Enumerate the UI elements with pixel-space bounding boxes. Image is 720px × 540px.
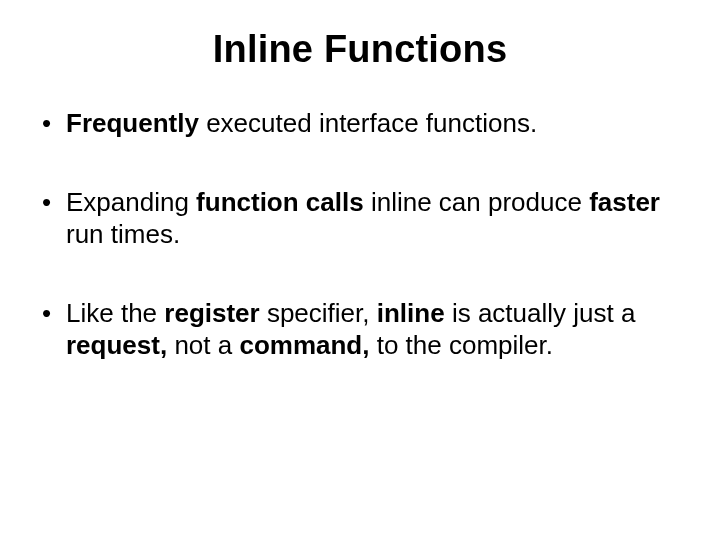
bullet-item: Expanding function calls inline can prod… — [40, 186, 680, 251]
text-segment: inline can produce — [364, 187, 589, 217]
text-segment: faster — [589, 187, 660, 217]
bullet-item: Like the register specifier, inline is a… — [40, 297, 680, 362]
text-segment: command, — [239, 330, 369, 360]
text-segment: function calls — [196, 187, 364, 217]
text-segment: Like the — [66, 298, 164, 328]
slide: Inline Functions Frequently executed int… — [0, 0, 720, 540]
text-segment: Frequently — [66, 108, 199, 138]
bullet-list: Frequently executed interface functions.… — [40, 107, 680, 408]
text-segment: request, — [66, 330, 167, 360]
text-segment: not a — [167, 330, 239, 360]
slide-title: Inline Functions — [40, 28, 680, 71]
bullet-item: Frequently executed interface functions. — [40, 107, 680, 140]
text-segment: inline — [377, 298, 445, 328]
text-segment: executed interface functions. — [199, 108, 537, 138]
text-segment: Expanding — [66, 187, 196, 217]
text-segment: to the compiler. — [369, 330, 553, 360]
text-segment: register — [164, 298, 259, 328]
text-segment: specifier, — [260, 298, 377, 328]
text-segment: is actually just a — [445, 298, 636, 328]
text-segment: run times. — [66, 219, 180, 249]
